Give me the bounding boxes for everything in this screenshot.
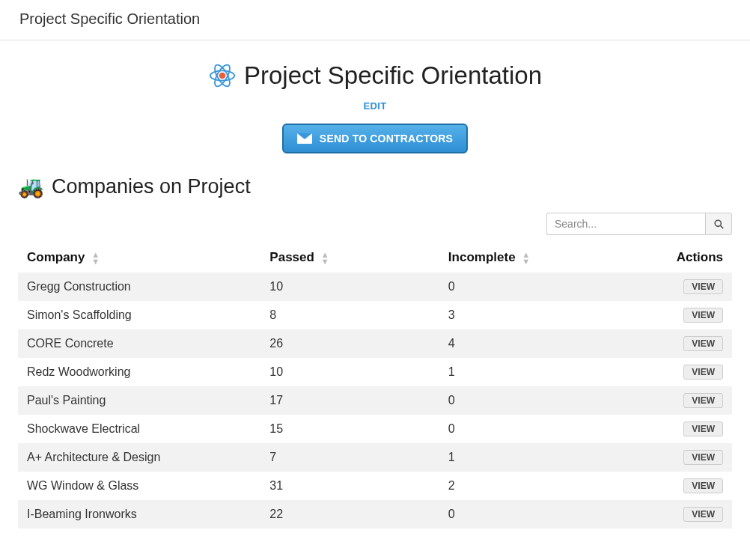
send-button-label: SEND TO CONTRACTORS [320,133,453,144]
cell-company: Redz Woodworking [18,358,260,386]
section-heading-text: Companies on Project [52,175,251,198]
col-header-passed[interactable]: Passed ▲▼ [260,244,439,273]
view-button[interactable]: VIEW [683,507,723,522]
cell-actions: VIEW [618,329,732,358]
search-button[interactable] [705,213,732,235]
col-header-company[interactable]: Company ▲▼ [18,244,260,273]
cell-passed: 15 [260,415,439,443]
page-title: Project Specific Orientation [208,61,542,90]
cell-incomplete: 1 [439,443,618,472]
cell-company: Shockwave Electrical [18,415,260,443]
companies-table: Company ▲▼ Passed ▲▼ Incomplete ▲▼ Actio… [18,244,732,529]
edit-link[interactable]: EDIT [18,100,732,112]
table-row: WG Window & Glass312VIEW [18,472,732,500]
cell-incomplete: 1 [439,358,618,386]
cell-actions: VIEW [618,386,732,415]
sort-icon: ▲▼ [522,252,530,265]
table-row: A+ Architecture & Design71VIEW [18,443,732,472]
sort-icon: ▲▼ [321,252,329,265]
view-button[interactable]: VIEW [683,478,723,493]
cell-passed: 10 [260,273,439,301]
cell-passed: 22 [260,500,439,529]
cell-incomplete: 4 [439,329,618,358]
cell-company: I-Beaming Ironworks [18,500,260,529]
search-row [18,213,732,235]
atom-icon [208,61,237,90]
view-button[interactable]: VIEW [683,308,723,323]
cell-company: WG Window & Glass [18,472,260,500]
page-header: Project Specific Orientation EDIT SEND T… [18,61,732,153]
mail-icon [297,133,312,144]
page-title-text: Project Specific Orientation [244,61,542,90]
cell-passed: 17 [260,386,439,415]
search-input[interactable] [546,213,705,235]
view-button[interactable]: VIEW [683,365,723,380]
cell-passed: 26 [260,329,439,358]
cell-incomplete: 0 [439,386,618,415]
col-header-actions: Actions [618,244,732,273]
table-row: Shockwave Electrical150VIEW [18,415,732,443]
cell-actions: VIEW [618,358,732,386]
cell-incomplete: 0 [439,415,618,443]
cell-company: CORE Concrete [18,329,260,358]
search-icon [714,219,724,229]
svg-point-3 [219,73,226,79]
table-row: Simon's Scaffolding83VIEW [18,301,732,329]
view-button[interactable]: VIEW [683,421,723,436]
breadcrumb: Project Specific Orientation [0,0,750,40]
cell-incomplete: 0 [439,273,618,301]
svg-point-4 [715,220,721,226]
cell-passed: 31 [260,472,439,500]
table-row: I-Beaming Ironworks220VIEW [18,500,732,529]
svg-line-5 [720,225,723,228]
cell-actions: VIEW [618,443,732,472]
cell-incomplete: 2 [439,472,618,500]
cell-actions: VIEW [618,500,732,529]
cell-incomplete: 3 [439,301,618,329]
view-button[interactable]: VIEW [683,279,723,294]
table-row: CORE Concrete264VIEW [18,329,732,358]
send-to-contractors-button[interactable]: SEND TO CONTRACTORS [282,124,468,153]
main-content: Project Specific Orientation EDIT SEND T… [0,40,750,529]
view-button[interactable]: VIEW [683,393,723,408]
cell-passed: 10 [260,358,439,386]
cell-company: Simon's Scaffolding [18,301,260,329]
cell-incomplete: 0 [439,500,618,529]
breadcrumb-title: Project Specific Orientation [19,10,200,27]
tractor-icon: 🚜 [18,174,44,199]
cell-actions: VIEW [618,273,732,301]
table-row: Paul's Painting170VIEW [18,386,732,415]
view-button[interactable]: VIEW [683,450,723,465]
cell-company: A+ Architecture & Design [18,443,260,472]
sort-icon: ▲▼ [91,252,100,265]
cell-actions: VIEW [618,301,732,329]
table-row: Gregg Construction100VIEW [18,273,732,301]
cell-company: Paul's Painting [18,386,260,415]
cell-actions: VIEW [618,472,732,500]
table-header-row: Company ▲▼ Passed ▲▼ Incomplete ▲▼ Actio… [18,244,732,273]
cell-passed: 7 [260,443,439,472]
cell-company: Gregg Construction [18,273,260,301]
section-heading: 🚜 Companies on Project [18,174,732,199]
table-row: Redz Woodworking101VIEW [18,358,732,386]
view-button[interactable]: VIEW [683,336,723,351]
col-header-incomplete[interactable]: Incomplete ▲▼ [439,244,618,273]
cell-actions: VIEW [618,415,732,443]
cell-passed: 8 [260,301,439,329]
